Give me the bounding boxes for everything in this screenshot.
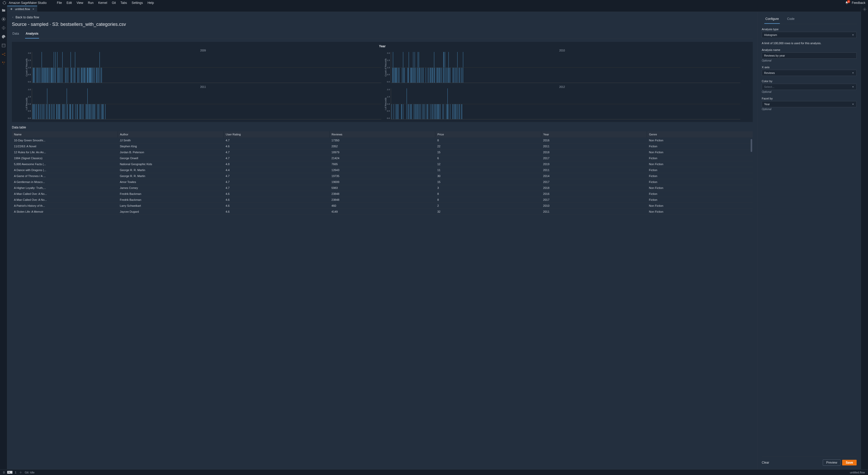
optional-hint-3: Optional bbox=[762, 108, 857, 110]
table-cell: 4.4 bbox=[224, 167, 329, 173]
table-row[interactable]: A Game of Thrones / A ...George R. R. Ma… bbox=[12, 173, 753, 179]
table-cell: 2018 bbox=[541, 149, 647, 155]
analysis-name-input[interactable] bbox=[762, 53, 857, 59]
flow-icon[interactable] bbox=[2, 52, 6, 56]
chart-title: Year bbox=[18, 44, 746, 48]
notification-bell[interactable]: 4 bbox=[845, 1, 848, 5]
table-cell: Fiction bbox=[647, 197, 753, 203]
tab-data[interactable]: Data bbox=[12, 30, 20, 38]
table-cell: 12643 bbox=[329, 167, 435, 173]
table-row[interactable]: 1984 (Signet Classics)George Orwell4.721… bbox=[12, 155, 753, 161]
facetby-select[interactable]: Year bbox=[762, 101, 857, 107]
stop-icon[interactable] bbox=[2, 17, 6, 21]
table-row[interactable]: 5,000 Awesome Facts (...National Geograp… bbox=[12, 161, 753, 167]
table-cell: Larry Schweikart bbox=[118, 203, 223, 209]
table-cell: 2 bbox=[435, 203, 541, 209]
table-cell: Non Fiction bbox=[647, 209, 753, 215]
table-row[interactable]: A Man Called Ove: A No...Fredrik Backman… bbox=[12, 191, 753, 197]
table-row[interactable]: A Stolen Life: A MemoirJaycee Dugard4.64… bbox=[12, 209, 753, 215]
table-row[interactable]: A Gentleman in Mosco...Amor Towles4.7196… bbox=[12, 179, 753, 185]
menu-kernel[interactable]: Kernel bbox=[98, 1, 107, 5]
table-cell: 5983 bbox=[329, 185, 435, 191]
svg-point-2 bbox=[3, 3, 4, 3]
table-scrollbar[interactable] bbox=[751, 139, 752, 152]
analysis-type-select[interactable]: Histogram bbox=[762, 32, 857, 38]
tab-untitled-flow[interactable]: untitled.flow bbox=[7, 6, 37, 12]
menu-git[interactable]: Git bbox=[112, 1, 116, 5]
close-icon[interactable] bbox=[32, 8, 35, 10]
table-cell: Fiction bbox=[647, 167, 753, 173]
palette-icon[interactable] bbox=[2, 35, 6, 39]
preview-button[interactable]: Preview bbox=[823, 460, 841, 466]
terminal-num: 1 bbox=[15, 471, 17, 474]
facet-2010: 2010Count of Records2.01.51.00.50.0 bbox=[384, 49, 740, 83]
column-header[interactable]: Genre bbox=[647, 131, 753, 137]
column-header[interactable]: Reviews bbox=[329, 131, 435, 137]
svg-point-18 bbox=[20, 472, 21, 473]
tabs-icon[interactable] bbox=[2, 43, 6, 48]
menu-view[interactable]: View bbox=[76, 1, 83, 5]
table-row[interactable]: A Higher Loyalty: Truth,...James Comey4.… bbox=[12, 185, 753, 191]
table-cell: JJ Smith bbox=[118, 137, 223, 144]
clear-button[interactable]: Clear bbox=[762, 461, 769, 465]
configure-tab[interactable]: Configure bbox=[764, 15, 780, 24]
facet-2012: 2012t of Records2.01.51.00.50.0 bbox=[384, 86, 740, 119]
menu-edit[interactable]: Edit bbox=[66, 1, 72, 5]
table-row[interactable]: 11/22/63: A NovelStephen King4.620522220… bbox=[12, 144, 753, 149]
git-icon[interactable] bbox=[2, 26, 6, 30]
chevron-left-icon bbox=[12, 16, 14, 18]
save-button[interactable]: Save bbox=[842, 460, 857, 466]
status-left-count: 0 bbox=[3, 471, 5, 474]
table-row[interactable]: 12 Rules for Life: An An...Jordan B. Pet… bbox=[12, 149, 753, 155]
folder-icon[interactable] bbox=[2, 8, 6, 12]
menu-file[interactable]: File bbox=[57, 1, 62, 5]
table-cell: 2016 bbox=[541, 137, 647, 144]
column-header[interactable]: Name bbox=[12, 131, 118, 137]
column-header[interactable]: Price bbox=[435, 131, 541, 137]
table-cell: 12 bbox=[435, 161, 541, 167]
gear-icon[interactable] bbox=[863, 7, 867, 11]
components-icon[interactable] bbox=[2, 61, 6, 65]
table-cell: 2052 bbox=[329, 144, 435, 149]
facet-2009: 2009Count of Records2.01.51.00.50.0 bbox=[25, 49, 381, 83]
table-cell: Fiction bbox=[647, 179, 753, 185]
table-cell: George R. R. Martin bbox=[118, 167, 223, 173]
table-cell: 22 bbox=[435, 144, 541, 149]
table-cell: 15 bbox=[435, 149, 541, 155]
column-header[interactable]: User Rating bbox=[224, 131, 329, 137]
table-cell: 4149 bbox=[329, 209, 435, 215]
status-gear-icon[interactable] bbox=[19, 471, 22, 474]
colorby-select[interactable]: Select... bbox=[762, 84, 857, 90]
table-cell: 4.8 bbox=[224, 161, 329, 167]
table-cell: 2016 bbox=[541, 191, 647, 197]
table-row[interactable]: A Dance with Dragons (...George R. R. Ma… bbox=[12, 167, 753, 173]
status-filename: untitled.flow bbox=[850, 471, 865, 474]
flow-file-icon bbox=[10, 7, 13, 10]
table-cell: 4.7 bbox=[224, 185, 329, 191]
menu-help[interactable]: Help bbox=[148, 1, 154, 5]
data-table-scroll[interactable]: NameAuthorUser RatingReviewsPriceYearGen… bbox=[12, 131, 753, 469]
right-rail bbox=[861, 6, 868, 469]
feedback-link[interactable]: Feedback bbox=[852, 1, 865, 5]
table-cell: Jordan B. Peterson bbox=[118, 149, 223, 155]
terminal-badge[interactable]: >_ bbox=[7, 471, 12, 474]
svg-point-17 bbox=[864, 9, 865, 10]
menu-run[interactable]: Run bbox=[88, 1, 94, 5]
table-row[interactable]: 10-Day Green Smoothi...JJ Smith4.7173508… bbox=[12, 137, 753, 144]
table-cell: Non Fiction bbox=[647, 185, 753, 191]
table-cell: 10-Day Green Smoothi... bbox=[12, 137, 118, 144]
table-cell: 2018 bbox=[541, 185, 647, 191]
table-cell: 2011 bbox=[541, 144, 647, 149]
table-cell: 17350 bbox=[329, 137, 435, 144]
code-tab[interactable]: Code bbox=[786, 15, 796, 24]
menu-settings[interactable]: Settings bbox=[131, 1, 143, 5]
table-row[interactable]: A Man Called Ove: A No...Fredrik Backman… bbox=[12, 197, 753, 203]
column-header[interactable]: Year bbox=[541, 131, 647, 137]
menu-tabs[interactable]: Tabs bbox=[120, 1, 127, 5]
table-cell: A Dance with Dragons (... bbox=[12, 167, 118, 173]
table-row[interactable]: A Patriot's History of th...Larry Schwei… bbox=[12, 203, 753, 209]
back-to-data-flow-link[interactable]: Back to data flow bbox=[12, 15, 753, 19]
xaxis-select[interactable]: Reviews bbox=[762, 70, 857, 76]
tab-analysis[interactable]: Analysis bbox=[25, 30, 39, 38]
column-header[interactable]: Author bbox=[118, 131, 223, 137]
